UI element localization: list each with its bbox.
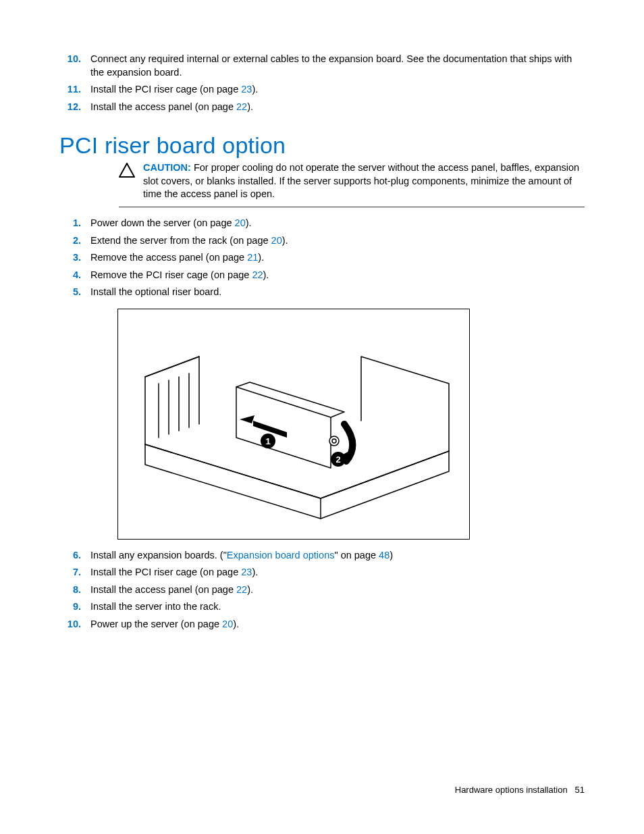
- step-text: Install the PCI riser cage (on page 23).: [90, 83, 585, 97]
- caution-icon: [119, 161, 143, 180]
- step-number: 2.: [59, 234, 90, 248]
- list-item: 1. Power down the server (on page 20).: [59, 217, 585, 230]
- list-item: 8. Install the access panel (on page 22)…: [59, 583, 585, 597]
- step-number: 4.: [59, 269, 90, 282]
- page-ref-link[interactable]: 20: [271, 235, 282, 246]
- svg-text:2: 2: [336, 454, 340, 465]
- step-number: 11.: [59, 83, 90, 97]
- list-item: 5. Install the optional riser board.: [59, 286, 585, 299]
- step-list-top: 10. Connect any required internal or ext…: [59, 53, 585, 113]
- step-number: 3.: [59, 251, 90, 265]
- page-ref-link[interactable]: 21: [247, 252, 258, 263]
- step-number: 5.: [59, 286, 90, 299]
- step-number: 10.: [59, 618, 90, 631]
- svg-text:1: 1: [265, 436, 270, 446]
- list-item: 12. Install the access panel (on page 22…: [59, 101, 585, 114]
- cross-ref-link[interactable]: Expansion board options: [227, 550, 335, 561]
- list-item: 6. Install any expansion boards. ("Expan…: [59, 549, 585, 563]
- page-ref-link[interactable]: 20: [222, 619, 233, 629]
- footer-page-number: 51: [575, 785, 585, 795]
- step-number: 10.: [59, 53, 90, 66]
- list-item: 3. Remove the access panel (on page 21).: [59, 251, 585, 265]
- step-text: Connect any required internal or externa…: [90, 53, 585, 79]
- document-page: 10. Connect any required internal or ext…: [0, 0, 644, 834]
- figure-illustration: 1 2: [117, 309, 470, 540]
- step-number: 8.: [59, 583, 90, 597]
- step-number: 9.: [59, 600, 90, 614]
- page-ref-link[interactable]: 20: [235, 217, 246, 228]
- page-ref-link[interactable]: 23: [241, 84, 252, 95]
- step-text: Install the access panel (on page 22).: [90, 101, 585, 114]
- step-text: Install the server into the rack.: [90, 600, 585, 614]
- list-item: 9. Install the server into the rack.: [59, 600, 585, 614]
- list-item: 2. Extend the server from the rack (on p…: [59, 234, 585, 248]
- step-text: Remove the access panel (on page 21).: [90, 251, 585, 265]
- page-ref-link[interactable]: 22: [252, 269, 263, 280]
- step-list-after: 6. Install any expansion boards. ("Expan…: [59, 549, 585, 631]
- caution-block: CAUTION: For proper cooling do not opera…: [119, 161, 585, 207]
- footer-section: Hardware options installation: [455, 785, 568, 795]
- section-heading: PCI riser board option: [59, 132, 585, 159]
- step-number: 7.: [59, 566, 90, 579]
- page-footer: Hardware options installation 51: [455, 785, 585, 795]
- caution-label: CAUTION:: [143, 162, 191, 173]
- list-item: 10. Power up the server (on page 20).: [59, 618, 585, 631]
- step-text: Extend the server from the rack (on page…: [90, 234, 585, 248]
- list-item: 4. Remove the PCI riser cage (on page 22…: [59, 269, 585, 282]
- step-text: Install the optional riser board.: [90, 286, 585, 299]
- list-item: 7. Install the PCI riser cage (on page 2…: [59, 566, 585, 579]
- step-number: 6.: [59, 549, 90, 563]
- svg-point-0: [329, 436, 339, 446]
- step-list-main: 1. Power down the server (on page 20). 2…: [59, 217, 585, 299]
- step-text: Remove the PCI riser cage (on page 22).: [90, 269, 585, 282]
- step-text: Install the PCI riser cage (on page 23).: [90, 566, 585, 579]
- step-text: Install the access panel (on page 22).: [90, 583, 585, 597]
- list-item: 11. Install the PCI riser cage (on page …: [59, 83, 585, 97]
- page-ref-link[interactable]: 22: [236, 101, 247, 112]
- caution-text: CAUTION: For proper cooling do not opera…: [143, 161, 585, 201]
- server-diagram: 1 2: [118, 309, 469, 539]
- step-text: Power up the server (on page 20).: [90, 618, 585, 631]
- step-text: Install any expansion boards. ("Expansio…: [90, 549, 585, 563]
- page-ref-link[interactable]: 23: [241, 567, 252, 577]
- step-number: 12.: [59, 101, 90, 114]
- page-ref-link[interactable]: 22: [236, 584, 247, 595]
- list-item: 10. Connect any required internal or ext…: [59, 53, 585, 79]
- step-number: 1.: [59, 217, 90, 230]
- step-text: Power down the server (on page 20).: [90, 217, 585, 230]
- page-ref-link[interactable]: 48: [379, 550, 390, 561]
